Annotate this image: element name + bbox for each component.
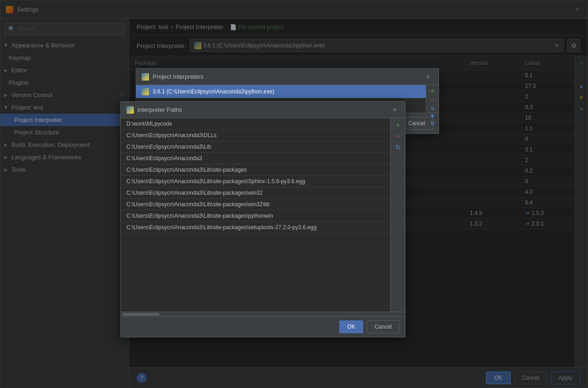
- path-item[interactable]: C:\Users\Eclipsycn\Anaconda3\Lib\site-pa…: [121, 164, 390, 176]
- paths-close-button[interactable]: ×: [390, 105, 400, 115]
- add-interpreter-button[interactable]: +: [428, 87, 438, 95]
- refresh-interpreter-button[interactable]: ↻: [428, 120, 438, 127]
- path-item[interactable]: D:\work\MLpycode: [121, 118, 390, 130]
- scrollbar-thumb: [123, 313, 160, 316]
- filter-interpreter-button[interactable]: ▼: [428, 113, 438, 119]
- paths-dialog-title: Interpreter Paths: [137, 106, 390, 113]
- path-item[interactable]: C:\Users\Eclipsycn\Anaconda3\DLLs: [121, 130, 390, 141]
- path-item[interactable]: C:\Users\Eclipsycn\Anaconda3\Lib\site-pa…: [121, 222, 390, 233]
- path-item[interactable]: C:\Users\Eclipsycn\Anaconda3\Lib: [121, 141, 390, 153]
- paths-scrollbar[interactable]: [121, 312, 405, 316]
- add-path-button[interactable]: +: [393, 120, 403, 130]
- project-interpreters-title-bar: Project Interpreters ×: [136, 69, 439, 85]
- paths-title-bar: Interpreter Paths ×: [121, 102, 405, 118]
- paths-content: D:\work\MLpycode C:\Users\Eclipsycn\Anac…: [121, 118, 405, 312]
- path-item[interactable]: C:\Users\Eclipsycn\Anaconda3\Lib\site-pa…: [121, 176, 390, 187]
- path-item[interactable]: C:\Users\Eclipsycn\Anaconda3: [121, 153, 390, 164]
- interpreter-list-item[interactable]: 3.6.1 (C:\Users\Eclipsycn\Anaconda3\pyth…: [136, 85, 426, 98]
- dialog-python-icon: [142, 73, 149, 81]
- path-item[interactable]: C:\Users\Eclipsycn\Anaconda3\Lib\site-pa…: [121, 210, 390, 222]
- paths-cancel-button[interactable]: Cancel: [367, 320, 400, 333]
- python-icon: [142, 88, 149, 95]
- paths-footer: OK Cancel: [121, 316, 405, 337]
- paths-list: D:\work\MLpycode C:\Users\Eclipsycn\Anac…: [121, 118, 390, 312]
- refresh-paths-button[interactable]: ↻: [393, 142, 403, 152]
- paths-toolbar: + − ↻: [390, 118, 405, 312]
- path-item[interactable]: C:\Users\Eclipsycn\Anaconda3\Lib\site-pa…: [121, 187, 390, 199]
- paths-ok-button[interactable]: OK: [339, 320, 363, 333]
- project-interpreters-close-button[interactable]: ×: [423, 72, 433, 82]
- edit-interpreter-button[interactable]: ✎: [428, 105, 438, 112]
- project-interpreters-title: Project Interpreters: [153, 73, 423, 80]
- interp-list-toolbar: + − ✎ ▼ ↻: [426, 85, 439, 113]
- interpreter-paths-dialog: Interpreter Paths × D:\work\MLpycode C:\…: [120, 101, 405, 337]
- remove-path-button[interactable]: −: [393, 131, 403, 141]
- remove-interpreter-button[interactable]: −: [428, 96, 438, 104]
- path-item[interactable]: C:\Users\Eclipsycn\Anaconda3\Lib\site-pa…: [121, 199, 390, 210]
- paths-python-icon: [126, 106, 134, 114]
